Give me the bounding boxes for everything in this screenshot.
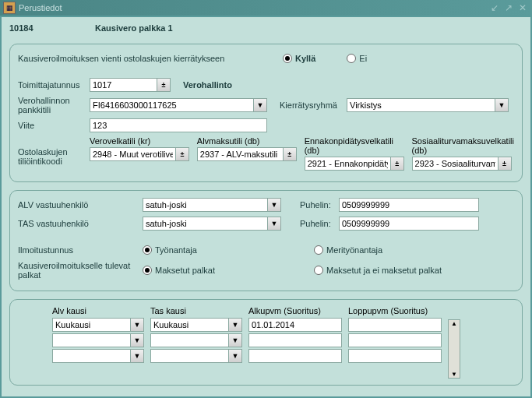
phone-label-1: Puhelin: — [300, 200, 339, 210]
acct1-header: Verovelkatili (kr) — [90, 136, 191, 146]
tas-kausi-2[interactable] — [150, 349, 228, 363]
group-combo: ▼ — [347, 98, 509, 112]
loppupvm-2[interactable] — [348, 349, 442, 363]
minimize-icon[interactable]: ↙ — [488, 2, 501, 13]
tas-resp-label: TAS vastuuhenkilö — [18, 219, 143, 228]
supplier-label: Toimittajatunnus — [18, 80, 90, 90]
group-input[interactable] — [347, 98, 495, 112]
acct1-combo: ± — [90, 147, 189, 161]
alv-kausi-2[interactable] — [52, 349, 130, 363]
supplier-combo: ± — [90, 78, 171, 92]
alkupvm-header: Alkupvm (Suoritus) — [248, 306, 342, 315]
radio-paid[interactable]: Maksetut palkat — [143, 266, 283, 275]
radio-dot-icon — [314, 245, 323, 255]
lov-icon[interactable]: ± — [175, 147, 189, 161]
lov-icon[interactable]: ± — [283, 147, 297, 161]
radio-dot-icon — [314, 266, 323, 275]
scroll-down-icon[interactable]: ▼ — [451, 371, 457, 378]
header-code: 10184 — [9, 23, 95, 33]
bank-combo: ▼ — [90, 98, 267, 112]
alv-kausi-header: Alv kausi — [52, 306, 144, 315]
loppupvm-0[interactable] — [348, 318, 442, 332]
acct3-input[interactable] — [305, 157, 390, 171]
radio-export-yes[interactable]: Kyllä — [283, 54, 315, 63]
bank-label: Verohallinnon pankkitili — [18, 96, 90, 114]
ref-label: Viite — [18, 121, 90, 130]
alv-resp-combo: ▼ — [143, 198, 281, 212]
radio-paid-unpaid[interactable]: Maksetut ja ei maksetut palkat — [314, 266, 442, 275]
acct4-input[interactable] — [412, 157, 498, 171]
tas-resp-combo: ▼ — [143, 217, 281, 231]
header-row: 10184 Kausivero palkka 1 — [9, 23, 523, 33]
alv-resp-label: ALV vastuuhenkilö — [18, 200, 143, 210]
acct4-combo: ± — [412, 157, 512, 171]
titlebar: ▦ Perustiedot ↙ ↗ ✕ — [0, 0, 532, 16]
scrollbar[interactable]: ▲ ▼ — [448, 319, 460, 379]
chevron-down-icon[interactable]: ▼ — [130, 333, 144, 347]
radio-export-no[interactable]: Ei — [347, 54, 367, 63]
chevron-down-icon[interactable]: ▼ — [130, 318, 144, 332]
supplier-name: Verohallinto — [183, 80, 232, 90]
lov-icon[interactable]: ± — [390, 157, 404, 171]
alkupvm-1[interactable] — [248, 333, 342, 347]
col-loppupvm: Loppupvm (Suoritus) — [348, 306, 442, 365]
acct2-header: Alvmaksutili (db) — [197, 136, 298, 146]
window-root: ▦ Perustiedot ↙ ↗ ✕ 10184 Kausivero palk… — [0, 0, 532, 398]
panel-basic: Kausiveroilmoituksen vienti ostolaskujen… — [9, 44, 523, 182]
ref-input[interactable] — [90, 118, 267, 132]
alv-resp-input[interactable] — [143, 198, 267, 212]
scroll-up-icon[interactable]: ▲ — [451, 320, 457, 327]
radio-dot-icon — [143, 266, 152, 275]
tas-kausi-0[interactable] — [150, 318, 228, 332]
supplier-input[interactable] — [90, 78, 157, 92]
lov-icon[interactable]: ± — [157, 78, 171, 92]
radio-dot-icon — [347, 54, 356, 63]
acct3-combo: ± — [305, 157, 404, 171]
alv-kausi-1[interactable] — [52, 333, 130, 347]
maximize-icon[interactable]: ↗ — [502, 2, 515, 13]
group-label: Kierrätysryhmä — [280, 100, 347, 110]
chevron-down-icon[interactable]: ▼ — [267, 217, 281, 231]
bank-input[interactable] — [90, 98, 253, 112]
panel-periods: Alv kausi ▼ ▼ ▼ Tas kausi ▼ ▼ ▼ Alkupvm … — [9, 299, 523, 386]
radio-employer[interactable]: Työnantaja — [143, 245, 283, 255]
chevron-down-icon[interactable]: ▼ — [495, 98, 509, 112]
tas-kausi-header: Tas kausi — [150, 306, 242, 315]
acct3-header: Ennakonpidätysvelkatili (db) — [305, 136, 406, 155]
content-area: 10184 Kausivero palkka 1 Kausiveroilmoit… — [2, 17, 530, 396]
acct-label: Ostolaskujen tiliöintikoodi — [18, 136, 90, 166]
notif-label: Ilmoitustunnus — [18, 245, 143, 255]
chevron-down-icon[interactable]: ▼ — [130, 349, 144, 363]
salary-label: Kausiveroilmoitukselle tulevat palkat — [18, 261, 143, 280]
alkupvm-0[interactable] — [248, 318, 342, 332]
alv-kausi-0[interactable] — [52, 318, 130, 332]
loppupvm-header: Loppupvm (Suoritus) — [348, 306, 442, 315]
col-tas-kausi: Tas kausi ▼ ▼ ▼ — [150, 306, 242, 365]
app-icon: ▦ — [3, 2, 16, 14]
phone-label-2: Puhelin: — [300, 219, 339, 228]
window-title: Perustiedot — [19, 3, 62, 12]
close-icon[interactable]: ✕ — [516, 2, 529, 13]
acct2-combo: ± — [197, 147, 297, 161]
header-name: Kausivero palkka 1 — [95, 23, 173, 33]
col-alv-kausi: Alv kausi ▼ ▼ ▼ — [52, 306, 144, 365]
col-alkupvm: Alkupvm (Suoritus) — [248, 306, 342, 365]
chevron-down-icon[interactable]: ▼ — [253, 98, 267, 112]
tas-resp-input[interactable] — [143, 217, 267, 231]
tas-kausi-1[interactable] — [150, 333, 228, 347]
radio-dot-icon — [143, 245, 152, 255]
chevron-down-icon[interactable]: ▼ — [228, 333, 242, 347]
acct2-input[interactable] — [197, 147, 283, 161]
lov-icon[interactable]: ± — [498, 157, 512, 171]
alv-phone-input[interactable] — [339, 198, 479, 212]
chevron-down-icon[interactable]: ▼ — [228, 349, 242, 363]
chevron-down-icon[interactable]: ▼ — [267, 198, 281, 212]
radio-dot-icon — [283, 54, 292, 63]
acct1-input[interactable] — [90, 147, 175, 161]
radio-sea-employer[interactable]: Merityönantaja — [314, 245, 382, 255]
loppupvm-1[interactable] — [348, 333, 442, 347]
alkupvm-2[interactable] — [248, 349, 342, 363]
tas-phone-input[interactable] — [339, 217, 479, 231]
export-label: Kausiveroilmoituksen vienti ostolaskujen… — [18, 54, 252, 63]
chevron-down-icon[interactable]: ▼ — [228, 318, 242, 332]
